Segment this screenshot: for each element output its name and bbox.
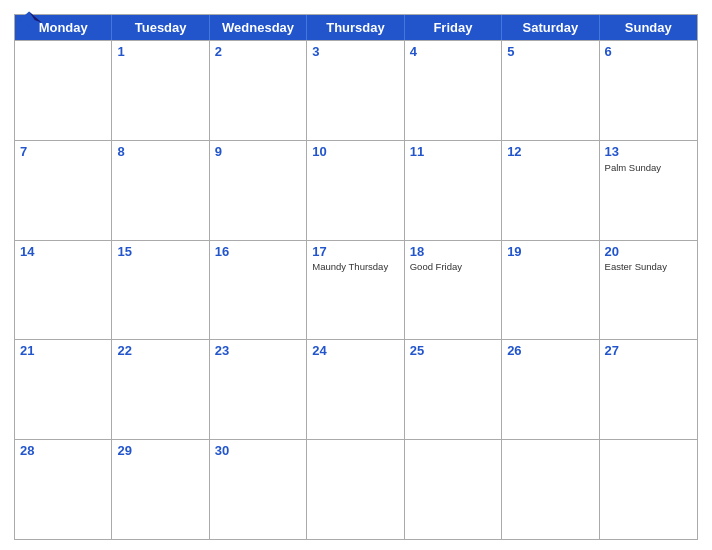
holiday-label: Maundy Thursday [312, 261, 398, 272]
logo [14, 10, 44, 30]
day-number: 4 [410, 44, 496, 61]
day-number: 6 [605, 44, 692, 61]
header-day-tuesday: Tuesday [112, 15, 209, 40]
cal-cell: 16 [210, 241, 307, 340]
logo-icon [14, 10, 44, 30]
day-number: 16 [215, 244, 301, 261]
day-number: 26 [507, 343, 593, 360]
day-number: 27 [605, 343, 692, 360]
header-day-saturday: Saturday [502, 15, 599, 40]
header-day-friday: Friday [405, 15, 502, 40]
cal-cell: 23 [210, 340, 307, 439]
holiday-label: Palm Sunday [605, 162, 692, 173]
day-number: 3 [312, 44, 398, 61]
cal-cell: 21 [15, 340, 112, 439]
cal-cell: 15 [112, 241, 209, 340]
cal-cell: 30 [210, 440, 307, 539]
cal-cell: 1 [112, 41, 209, 140]
cal-cell [405, 440, 502, 539]
cal-cell: 12 [502, 141, 599, 240]
cal-cell: 7 [15, 141, 112, 240]
day-number: 28 [20, 443, 106, 460]
day-number: 14 [20, 244, 106, 261]
week-row-3: 14151617Maundy Thursday18Good Friday1920… [15, 240, 697, 340]
day-number: 15 [117, 244, 203, 261]
cal-cell: 25 [405, 340, 502, 439]
cal-cell: 11 [405, 141, 502, 240]
day-number: 17 [312, 244, 398, 261]
day-number: 1 [117, 44, 203, 61]
day-number: 9 [215, 144, 301, 161]
day-number: 11 [410, 144, 496, 161]
day-number: 21 [20, 343, 106, 360]
cal-cell: 3 [307, 41, 404, 140]
holiday-label: Good Friday [410, 261, 496, 272]
cal-cell: 8 [112, 141, 209, 240]
cal-cell [307, 440, 404, 539]
day-number: 8 [117, 144, 203, 161]
cal-cell: 28 [15, 440, 112, 539]
day-number: 18 [410, 244, 496, 261]
week-row-2: 78910111213Palm Sunday [15, 140, 697, 240]
cal-cell: 18Good Friday [405, 241, 502, 340]
calendar-day-headers: MondayTuesdayWednesdayThursdayFridaySatu… [15, 15, 697, 40]
cal-cell: 20Easter Sunday [600, 241, 697, 340]
cal-cell [502, 440, 599, 539]
day-number: 5 [507, 44, 593, 61]
cal-cell: 29 [112, 440, 209, 539]
cal-cell: 9 [210, 141, 307, 240]
cal-cell: 14 [15, 241, 112, 340]
week-row-1: 123456 [15, 40, 697, 140]
cal-cell: 19 [502, 241, 599, 340]
day-number: 30 [215, 443, 301, 460]
header-day-wednesday: Wednesday [210, 15, 307, 40]
cal-cell: 13Palm Sunday [600, 141, 697, 240]
header-day-sunday: Sunday [600, 15, 697, 40]
week-row-5: 282930 [15, 439, 697, 539]
cal-cell [15, 41, 112, 140]
header-day-thursday: Thursday [307, 15, 404, 40]
cal-cell: 26 [502, 340, 599, 439]
page: MondayTuesdayWednesdayThursdayFridaySatu… [0, 0, 712, 550]
calendar-body: 12345678910111213Palm Sunday14151617Maun… [15, 40, 697, 539]
svg-marker-0 [16, 11, 42, 27]
holiday-label: Easter Sunday [605, 261, 692, 272]
cal-cell: 24 [307, 340, 404, 439]
cal-cell: 17Maundy Thursday [307, 241, 404, 340]
day-number: 10 [312, 144, 398, 161]
day-number: 25 [410, 343, 496, 360]
day-number: 13 [605, 144, 692, 161]
week-row-4: 21222324252627 [15, 339, 697, 439]
calendar: MondayTuesdayWednesdayThursdayFridaySatu… [14, 14, 698, 540]
cal-cell: 27 [600, 340, 697, 439]
cal-cell: 22 [112, 340, 209, 439]
day-number: 20 [605, 244, 692, 261]
cal-cell: 4 [405, 41, 502, 140]
day-number: 22 [117, 343, 203, 360]
day-number: 12 [507, 144, 593, 161]
day-number: 19 [507, 244, 593, 261]
cal-cell: 6 [600, 41, 697, 140]
day-number: 29 [117, 443, 203, 460]
cal-cell [600, 440, 697, 539]
cal-cell: 5 [502, 41, 599, 140]
day-number: 23 [215, 343, 301, 360]
day-number: 7 [20, 144, 106, 161]
day-number: 2 [215, 44, 301, 61]
cal-cell: 10 [307, 141, 404, 240]
day-number: 24 [312, 343, 398, 360]
cal-cell: 2 [210, 41, 307, 140]
